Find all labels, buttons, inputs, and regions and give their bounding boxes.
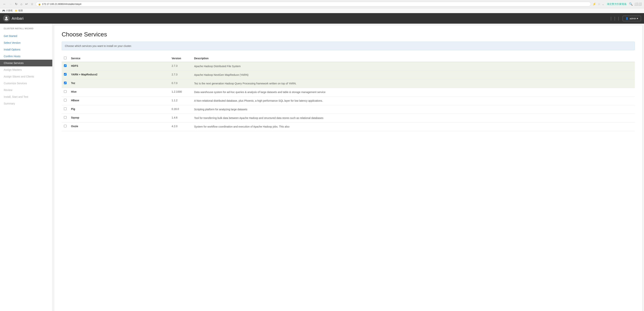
apps-icon[interactable]: ⬜⬜ <box>634 2 642 6</box>
header-service: Service <box>69 55 170 62</box>
page-title: Choose Services <box>62 31 635 38</box>
forward-button[interactable]: → <box>8 2 13 6</box>
bookmark-button[interactable]: ☆ <box>30 2 34 6</box>
svg-point-0 <box>6 17 7 19</box>
search-icon[interactable]: 🔍 <box>629 2 633 6</box>
bookmark-links[interactable]: 📁 链接 <box>15 9 23 12</box>
header-version: Version <box>170 55 192 62</box>
games-icon: 🎮 <box>2 9 5 12</box>
sidebar-item-assign-masters: Assign Masters <box>0 66 52 73</box>
url-text: 172.17.100.21:8080/#/installer/step4 <box>42 3 81 6</box>
table-row: YARN + MapReduce22.7.3Apache Hadoop Next… <box>62 71 635 79</box>
service-checkbox-oozie[interactable] <box>64 125 66 127</box>
service-name-cell: YARN + MapReduce2 <box>69 71 170 79</box>
service-name-cell: Oozie <box>69 123 170 131</box>
service-description-cell: Tool for transferring bulk data between … <box>192 114 635 123</box>
chevron-icon[interactable]: ⌄ <box>602 2 604 6</box>
sidebar: CLUSTER INSTALL WIZARD Get Started Selec… <box>0 24 52 311</box>
service-name-cell: Sqoop <box>69 114 170 123</box>
security-icon: 🔒 <box>38 3 41 6</box>
service-checkbox-sqoop[interactable] <box>64 116 66 119</box>
lightning-icon[interactable]: ⚡ <box>592 2 596 6</box>
service-checkbox-cell <box>62 123 69 131</box>
browser-chrome: ← → ↻ ⌂ ↩ ☆ 🔒 172.17.100.21:8080/#/insta… <box>0 0 644 8</box>
app-header: Ambari ⋮⋮⋮ 👤 admin ▾ <box>0 13 644 24</box>
service-version-cell: 0.7.0 <box>170 79 192 88</box>
service-checkbox-cell <box>62 88 69 97</box>
info-banner: Choose which services you want to instal… <box>62 42 635 50</box>
sidebar-item-select-version[interactable]: Select Version <box>0 39 52 46</box>
star-icon[interactable]: ☆ <box>598 2 600 6</box>
service-description-cell: Scripting platform for analyzing large d… <box>192 105 635 114</box>
sidebar-item-install-options[interactable]: Install Options <box>0 46 52 53</box>
header-checkbox-col <box>62 55 69 62</box>
svg-point-1 <box>5 19 8 21</box>
table-row: Oozie4.2.0System for workflow coordinati… <box>62 123 635 131</box>
service-checkbox-pig[interactable] <box>64 108 66 110</box>
app-name: Ambari <box>12 16 24 21</box>
sidebar-item-install-start-test: Install, Start and Test <box>0 93 52 100</box>
select-all-checkbox[interactable] <box>64 57 66 59</box>
service-checkbox-hive[interactable] <box>64 90 66 93</box>
service-description-cell: Apache Hadoop NextGen MapReduce (YARN) <box>192 71 635 79</box>
sidebar-item-review: Review <box>0 87 52 93</box>
table-row: Sqoop1.4.6Tool for transferring bulk dat… <box>62 114 635 123</box>
back-button2[interactable]: ↩ <box>24 2 28 6</box>
service-version-cell: 1.4.6 <box>170 114 192 123</box>
service-checkbox-yarn+mapreduce2[interactable] <box>64 73 66 76</box>
bookmark-games[interactable]: 🎮 小游戏 <box>2 9 12 12</box>
bookmarks-bar: 🎮 小游戏 📁 链接 <box>0 8 644 13</box>
info-banner-text: Choose which services you want to instal… <box>65 45 132 48</box>
service-version-cell: 1.2.1000 <box>170 88 192 97</box>
header-description: Description <box>192 55 635 62</box>
service-name-cell: Tez <box>69 79 170 88</box>
user-label: admin ▾ <box>630 17 638 20</box>
extension-icon: 湖北警方扫黄现场 <box>606 2 628 6</box>
table-row: Hive1.2.1000Data warehouse system for ad… <box>62 88 635 97</box>
refresh-button[interactable]: ↻ <box>14 2 18 6</box>
service-checkbox-cell <box>62 79 69 88</box>
service-name-cell: HDFS <box>69 62 170 71</box>
service-checkbox-cell <box>62 71 69 79</box>
back-button[interactable]: ← <box>2 2 7 6</box>
services-table: Service Version Description HDFS2.7.3Apa… <box>62 55 635 131</box>
user-icon: 👤 <box>626 17 628 20</box>
service-name-cell: HBase <box>69 97 170 105</box>
service-checkbox-cell <box>62 97 69 105</box>
service-name-cell: Hive <box>69 88 170 97</box>
bookmark-games-label: 小游戏 <box>6 9 12 12</box>
sidebar-item-assign-slaves: Assign Slaves and Clients <box>0 73 52 80</box>
home-button[interactable]: ⌂ <box>20 2 23 6</box>
app-logo: Ambari <box>3 15 24 22</box>
table-row: HDFS2.7.3Apache Hadoop Distributed File … <box>62 62 635 71</box>
address-bar[interactable]: 🔒 172.17.100.21:8080/#/installer/step4 <box>36 2 591 6</box>
bookmark-links-label: 链接 <box>18 9 23 12</box>
service-checkbox-cell <box>62 62 69 71</box>
service-version-cell: 2.7.3 <box>170 71 192 79</box>
service-description-cell: Tez is the next generation Hadoop Query … <box>192 79 635 88</box>
user-menu-button[interactable]: 👤 admin ▾ <box>623 16 641 21</box>
sidebar-title: CLUSTER INSTALL WIZARD <box>0 27 52 33</box>
folder-icon: 📁 <box>15 9 18 12</box>
service-checkbox-hdfs[interactable] <box>64 64 66 67</box>
header-right: ⋮⋮⋮ 👤 admin ▾ <box>609 16 641 21</box>
table-row: Pig0.16.0Scripting platform for analyzin… <box>62 105 635 114</box>
sidebar-item-get-started[interactable]: Get Started <box>0 33 52 39</box>
service-version-cell: 4.2.0 <box>170 123 192 131</box>
service-description-cell: System for workflow coordination and exe… <box>192 123 635 131</box>
service-checkbox-hbase[interactable] <box>64 99 66 102</box>
service-checkbox-tez[interactable] <box>64 82 66 84</box>
service-checkbox-cell <box>62 114 69 123</box>
service-version-cell: 1.1.2 <box>170 97 192 105</box>
grid-icon[interactable]: ⋮⋮⋮ <box>609 16 620 21</box>
browser-right-controls: ⚡ ☆ ⌄ 湖北警方扫黄现场 🔍 ⬜⬜ <box>592 2 642 6</box>
sidebar-item-confirm-hosts[interactable]: Confirm Hosts <box>0 53 52 60</box>
service-description-cell: Apache Hadoop Distributed File System <box>192 62 635 71</box>
table-header-row: Service Version Description <box>62 55 635 62</box>
service-description-cell: Data warehouse system for ad-hoc queries… <box>192 88 635 97</box>
sidebar-item-summary: Summary <box>0 100 52 107</box>
service-version-cell: 0.16.0 <box>170 105 192 114</box>
service-description-cell: A Non-relational distributed database, p… <box>192 97 635 105</box>
sidebar-item-choose-services[interactable]: Choose Services <box>0 60 52 66</box>
table-row: HBase1.1.2A Non-relational distributed d… <box>62 97 635 105</box>
